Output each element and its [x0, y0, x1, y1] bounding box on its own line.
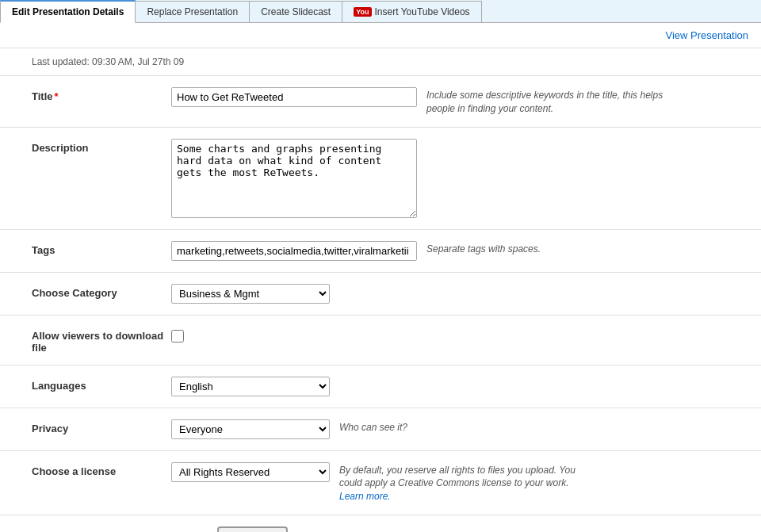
- privacy-control-area: Everyone Private Friends Only Who can se…: [171, 419, 748, 439]
- languages-select[interactable]: English Spanish French German Chinese: [171, 377, 330, 396]
- required-indicator: *: [55, 90, 59, 102]
- download-control-area: [171, 327, 748, 343]
- tab-replace[interactable]: Replace Presentation: [136, 1, 250, 22]
- category-row: Choose Category Business & Mgmt Educatio…: [0, 273, 761, 316]
- title-label: Title*: [13, 87, 171, 102]
- languages-label: Languages: [13, 377, 171, 392]
- description-control-area: Some charts and graphs presenting hard d…: [171, 139, 748, 218]
- tags-hint: Separate tags with spaces.: [426, 241, 541, 256]
- update-button[interactable]: Update: [217, 526, 287, 532]
- download-label: Allow viewers to download file: [13, 327, 171, 354]
- tags-control-area: Separate tags with spaces.: [171, 241, 748, 261]
- form: Title* Include some descriptive keywords…: [0, 76, 761, 532]
- license-row: Choose a license All Rights Reserved Cre…: [0, 451, 761, 515]
- tab-youtube[interactable]: You Insert YouTube Videos: [342, 1, 481, 22]
- license-select[interactable]: All Rights Reserved Creative Commons Pub…: [171, 462, 330, 482]
- tabs-bar: Edit Presentation Details Replace Presen…: [0, 0, 761, 23]
- privacy-select[interactable]: Everyone Private Friends Only: [171, 419, 330, 439]
- license-control-area: All Rights Reserved Creative Commons Pub…: [171, 462, 748, 503]
- license-learn-more-link[interactable]: Learn more.: [339, 491, 391, 502]
- download-checkbox[interactable]: [171, 330, 184, 343]
- title-control-area: Include some descriptive keywords in the…: [171, 87, 748, 116]
- languages-control-area: English Spanish French German Chinese: [171, 377, 748, 396]
- languages-row: Languages English Spanish French German …: [0, 366, 761, 408]
- license-hint: By default, you reserve all rights to fi…: [339, 462, 593, 503]
- privacy-label: Privacy: [13, 419, 171, 434]
- tab-edit[interactable]: Edit Presentation Details: [0, 0, 136, 23]
- last-updated-text: Last updated: 09:30 AM, Jul 27th 09: [0, 48, 761, 76]
- tab-youtube-label: Insert YouTube Videos: [375, 6, 470, 17]
- youtube-icon: You: [354, 7, 371, 17]
- category-select[interactable]: Business & Mgmt Education Technology Ent…: [171, 284, 330, 304]
- download-row: Allow viewers to download file: [0, 316, 761, 366]
- tags-row: Tags Separate tags with spaces.: [0, 230, 761, 273]
- tags-label: Tags: [13, 241, 171, 256]
- privacy-hint: Who can see it?: [339, 419, 407, 434]
- description-row: Description Some charts and graphs prese…: [0, 128, 761, 230]
- title-row: Title* Include some descriptive keywords…: [0, 76, 761, 128]
- category-control-area: Business & Mgmt Education Technology Ent…: [171, 284, 748, 304]
- tags-input[interactable]: [171, 241, 417, 261]
- description-textarea[interactable]: Some charts and graphs presenting hard d…: [171, 139, 417, 218]
- view-presentation-link[interactable]: View Presentation: [665, 29, 748, 41]
- license-label: Choose a license: [13, 462, 171, 477]
- privacy-row: Privacy Everyone Private Friends Only Wh…: [0, 408, 761, 451]
- category-label: Choose Category: [13, 284, 171, 299]
- title-input[interactable]: [171, 87, 417, 107]
- view-link-row: View Presentation: [0, 23, 761, 48]
- tab-slidecast[interactable]: Create Slidecast: [250, 1, 342, 22]
- title-hint: Include some descriptive keywords in the…: [426, 87, 680, 116]
- buttons-row: Cancel Update: [0, 515, 761, 532]
- description-label: Description: [13, 139, 171, 154]
